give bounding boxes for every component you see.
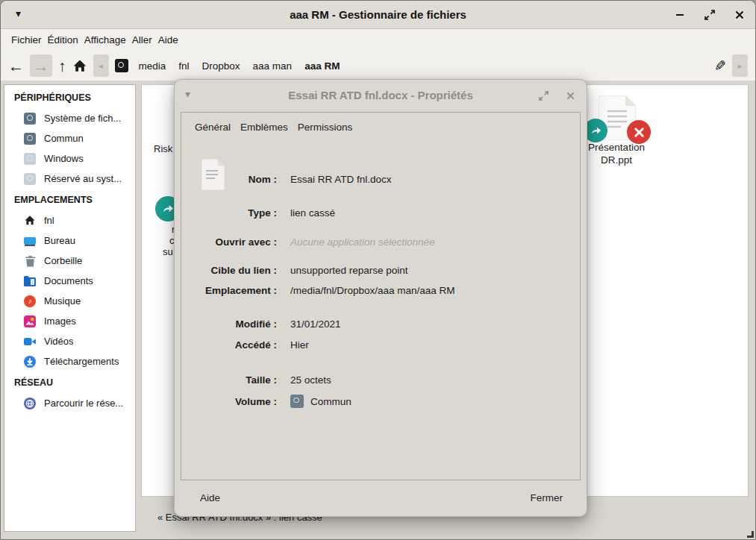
scroll-path-left-button[interactable]: ◂ bbox=[93, 54, 109, 77]
close-dialog-button[interactable]: Fermer bbox=[525, 489, 569, 506]
network-globe-icon bbox=[24, 398, 36, 409]
menu-edition[interactable]: Édition bbox=[48, 33, 78, 47]
dialog-content-frame: Général Emblèmes Permissions Nom : Essai… bbox=[181, 112, 581, 480]
sidebar-header-emplacements: EMPLACEMENTS bbox=[4, 189, 135, 210]
up-button[interactable]: ↑ bbox=[58, 58, 66, 74]
property-row-volume: Volume : Commun bbox=[192, 393, 572, 409]
sidebar-item-parcourir-le-reseau[interactable]: Parcourir le rése... bbox=[4, 393, 135, 413]
property-value: Commun bbox=[310, 396, 352, 407]
trash-icon bbox=[24, 255, 36, 267]
sidebar-item-label: fnl bbox=[44, 215, 54, 226]
property-label: Taille : bbox=[192, 374, 277, 386]
sidebar-item-videos[interactable]: Vidéos bbox=[4, 331, 135, 351]
property-row-cible-du-lien: Cible du lien : unsupported reparse poin… bbox=[192, 263, 572, 277]
back-button[interactable]: ← bbox=[8, 58, 24, 74]
broken-link-error-emblem-icon bbox=[627, 120, 651, 144]
file-manager-window: ▾ aaa RM - Gestionnaire de fichiers Fich… bbox=[0, 0, 756, 540]
tab-general[interactable]: Général bbox=[195, 122, 231, 133]
property-label: Ouvrir avec : bbox=[192, 236, 277, 248]
tab-emblemes[interactable]: Emblèmes bbox=[240, 122, 288, 133]
forward-button[interactable]: → bbox=[30, 54, 52, 77]
sidebar-item-windows[interactable]: Windows bbox=[4, 148, 135, 169]
dialog-controls bbox=[539, 80, 575, 111]
property-label: Type : bbox=[192, 207, 277, 219]
dialog-close-button[interactable] bbox=[566, 92, 575, 100]
property-label: Accédé : bbox=[192, 339, 277, 351]
sidebar-header-peripheriques: PÉRIPHÉRIQUES bbox=[4, 87, 135, 108]
breadcrumb: media fnl Dropbox aaa man aaa RM bbox=[139, 60, 340, 72]
drive-icon bbox=[24, 133, 36, 145]
sidebar-item-label: Commun bbox=[44, 133, 84, 144]
forward-icon: → bbox=[34, 58, 49, 74]
sidebar-item-documents[interactable]: Documents bbox=[4, 271, 135, 291]
open-with-value[interactable]: Aucune application sélectionnée bbox=[290, 236, 435, 248]
tab-permissions[interactable]: Permissions bbox=[298, 122, 353, 133]
dialog-tabs: Général Emblèmes Permissions bbox=[195, 122, 352, 133]
dialog-title: Essai RR ATD fnl.docx - Propriétés bbox=[175, 89, 587, 101]
breadcrumb-media[interactable]: media bbox=[139, 60, 166, 72]
sidebar-item-bureau[interactable]: Bureau bbox=[4, 230, 135, 251]
sidebar-item-systeme-de-fichiers[interactable]: Système de fich... bbox=[4, 108, 135, 128]
sidebar-item-label: Bureau bbox=[44, 235, 75, 246]
maximize-button[interactable] bbox=[703, 8, 716, 22]
sidebar-item-label: Réservé au syst... bbox=[44, 173, 122, 184]
menu-aller[interactable]: Aller bbox=[132, 33, 152, 47]
menu-aide[interactable]: Aide bbox=[158, 33, 178, 47]
breadcrumb-aaa-rm-current[interactable]: aaa RM bbox=[304, 60, 340, 72]
property-label: Volume : bbox=[192, 396, 277, 407]
drive-unmounted-icon bbox=[24, 153, 36, 165]
home-button[interactable] bbox=[72, 59, 87, 73]
sidebar-item-label: Téléchargements bbox=[44, 356, 119, 367]
menu-fichier[interactable]: Fichier bbox=[11, 33, 42, 47]
property-label: Cible du lien : bbox=[192, 265, 277, 276]
maximize-icon bbox=[539, 91, 549, 101]
documents-folder-icon bbox=[24, 275, 36, 287]
sidebar-item-fnl-home[interactable]: fnl bbox=[4, 210, 135, 230]
property-label: Nom : bbox=[192, 174, 277, 185]
current-drive-icon bbox=[115, 59, 128, 72]
resize-grip[interactable] bbox=[747, 531, 754, 538]
drive-icon bbox=[24, 113, 36, 125]
close-button[interactable] bbox=[733, 8, 746, 22]
occluded-file-label-fragment: Risk bbox=[154, 143, 172, 154]
sidebar-item-label: Musique bbox=[44, 295, 81, 307]
sidebar-item-label: Images bbox=[44, 315, 76, 327]
scroll-path-right-button[interactable]: ▸ bbox=[732, 54, 748, 77]
sidebar-item-musique[interactable]: ♪ Musique bbox=[4, 291, 135, 311]
dialog-titlebar: ▾ Essai RR ATD fnl.docx - Propriétés bbox=[175, 80, 587, 111]
toolbar-right: ✎ ▸ bbox=[714, 54, 748, 77]
property-row-type: Type : lien cassé bbox=[192, 205, 572, 220]
breadcrumb-aaa-man[interactable]: aaa man bbox=[253, 60, 293, 72]
breadcrumb-dropbox[interactable]: Dropbox bbox=[202, 60, 240, 72]
property-row-emplacement: Emplacement : /media/fnl/Dropbox/aaa man… bbox=[192, 283, 572, 298]
sidebar-header-reseau: RÉSEAU bbox=[4, 371, 135, 393]
property-value: Hier bbox=[290, 339, 309, 351]
music-icon: ♪ bbox=[24, 295, 36, 307]
property-value: /media/fnl/Dropbox/aaa man/aaa RM bbox=[290, 285, 455, 296]
sidebar-item-images[interactable]: Images bbox=[4, 311, 135, 331]
close-icon bbox=[735, 10, 744, 19]
minimize-button[interactable] bbox=[673, 8, 687, 22]
property-row-modifie: Modifié : 31/01/2021 bbox=[192, 316, 572, 331]
sidebar: PÉRIPHÉRIQUES Système de fich... Commun … bbox=[4, 84, 136, 532]
sidebar-item-label: Vidéos bbox=[44, 336, 74, 347]
desktop-icon bbox=[24, 235, 36, 247]
sidebar-item-telechargements[interactable]: Téléchargements bbox=[4, 351, 135, 371]
toolbar: ← → ↑ ◂ media fnl Dropbox aaa man aaa RM… bbox=[1, 51, 755, 81]
sidebar-item-commun[interactable]: Commun bbox=[4, 128, 135, 148]
property-row-nom: Nom : Essai RR ATD fnl.docx bbox=[192, 172, 572, 186]
sidebar-item-corbeille[interactable]: Corbeille bbox=[4, 251, 135, 271]
edit-path-pencil-icon[interactable]: ✎ bbox=[714, 57, 726, 75]
menubar: Fichier Édition Affichage Aller Aide bbox=[1, 29, 755, 51]
sidebar-item-reserve-au-systeme[interactable]: Réservé au syst... bbox=[4, 169, 135, 189]
sidebar-item-label: Corbeille bbox=[44, 255, 82, 266]
home-icon bbox=[72, 59, 87, 73]
dialog-maximize-button[interactable] bbox=[539, 91, 549, 101]
property-row-ouvrir-avec[interactable]: Ouvrir avec : Aucune application sélecti… bbox=[192, 234, 572, 249]
home-icon bbox=[24, 215, 36, 227]
menu-affichage[interactable]: Affichage bbox=[84, 33, 126, 47]
breadcrumb-fnl[interactable]: fnl bbox=[178, 60, 189, 72]
property-value: unsupported reparse point bbox=[290, 265, 408, 276]
window-controls bbox=[673, 1, 746, 29]
help-button[interactable]: Aide bbox=[194, 489, 226, 506]
